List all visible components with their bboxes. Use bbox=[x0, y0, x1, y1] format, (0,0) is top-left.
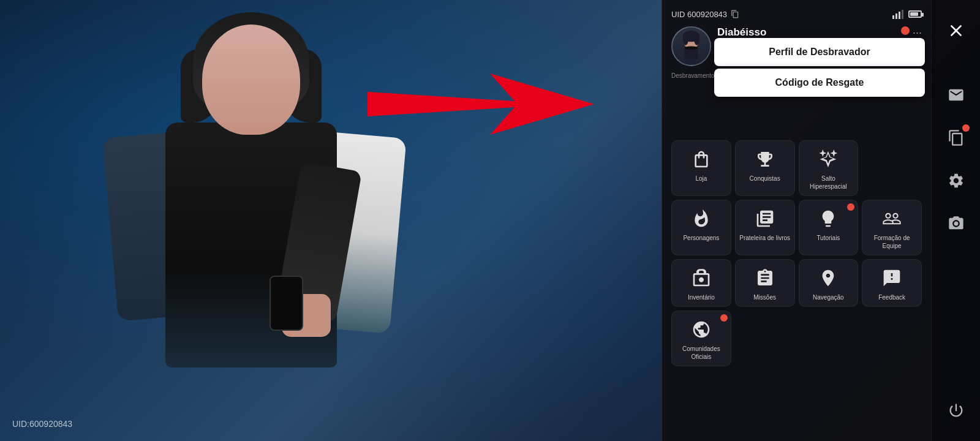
sparkle-icon bbox=[818, 149, 838, 169]
grid-item-feedback[interactable]: Feedback bbox=[862, 259, 922, 307]
avatar[interactable] bbox=[671, 26, 711, 66]
formacao-label: Formação de Equipe bbox=[865, 234, 918, 250]
missoes-icon-area bbox=[753, 266, 777, 290]
clipboard-notif-icon bbox=[948, 129, 965, 146]
power-icon bbox=[948, 402, 965, 419]
uid-header-left: UID 600920843 bbox=[671, 10, 739, 19]
copy-icon[interactable] bbox=[731, 10, 739, 18]
settings-button[interactable] bbox=[938, 162, 974, 199]
navigation-icon bbox=[818, 268, 838, 288]
feedback-icon bbox=[882, 268, 902, 288]
battery-icon bbox=[908, 10, 922, 18]
grid-item-conquistas[interactable]: Conquistas bbox=[735, 140, 795, 196]
avatar-svg bbox=[674, 29, 708, 63]
profile-name: Diabéisso bbox=[717, 26, 922, 39]
comunidades-icon-area bbox=[689, 317, 714, 342]
formacao-icon-area bbox=[880, 206, 904, 231]
uid-bottom-label: UID:600920843 bbox=[12, 419, 72, 429]
tutoriais-label: Tutoriais bbox=[816, 234, 840, 242]
svg-marker-0 bbox=[368, 74, 594, 135]
grid-item-prateleira[interactable]: Prateleira de livros bbox=[735, 200, 795, 255]
right-panel: UID 600920843 bbox=[662, 0, 931, 441]
grid-item-loja[interactable]: Loja bbox=[671, 140, 731, 196]
settings-icon bbox=[948, 172, 965, 189]
grid-item-inventario[interactable]: Inventário bbox=[671, 259, 731, 307]
inventario-label: Inventário bbox=[688, 293, 715, 301]
flame-icon bbox=[692, 209, 711, 228]
personagens-icon-area bbox=[689, 206, 714, 231]
team-icon bbox=[882, 209, 902, 228]
clipboard-icon bbox=[755, 268, 775, 288]
missoes-label: Missões bbox=[753, 293, 776, 301]
backpack-icon bbox=[692, 268, 711, 288]
conquistas-label: Conquistas bbox=[750, 175, 780, 183]
svg-point-6 bbox=[685, 47, 698, 50]
grid-menu: Loja Conquistas Salto Hiperespacial bbox=[671, 140, 922, 366]
grid-item-formacao[interactable]: Formação de Equipe bbox=[862, 200, 922, 255]
exploration-label: Desbravamento bbox=[671, 72, 715, 79]
inventario-icon-area bbox=[689, 266, 714, 290]
char-phone bbox=[270, 276, 303, 331]
camera-button[interactable] bbox=[938, 205, 974, 242]
svg-point-7 bbox=[954, 222, 958, 226]
navegacao-label: Navegação bbox=[813, 293, 844, 301]
close-icon bbox=[946, 21, 966, 40]
uid-label: UID 600920843 bbox=[671, 10, 727, 19]
mail-icon bbox=[948, 86, 965, 104]
uid-header: UID 600920843 bbox=[671, 9, 922, 19]
tutoriais-notification bbox=[847, 203, 854, 211]
status-icons bbox=[892, 9, 922, 19]
grid-item-personagens[interactable]: Personagens bbox=[671, 200, 731, 255]
sidebar-icons bbox=[931, 0, 980, 441]
profile-notification-dot bbox=[901, 26, 910, 35]
tutoriais-icon-area bbox=[816, 206, 840, 231]
feedback-label: Feedback bbox=[878, 293, 905, 301]
community-icon bbox=[692, 320, 711, 339]
books-icon bbox=[755, 209, 775, 228]
clipboard-notification bbox=[962, 124, 970, 132]
svg-point-4 bbox=[694, 34, 699, 45]
prateleira-icon-area bbox=[753, 206, 777, 231]
prateleira-label: Prateleira de livros bbox=[739, 234, 790, 242]
character-area bbox=[0, 0, 600, 441]
context-menu: Perfil de Desbravador Código de Resgate bbox=[714, 38, 925, 97]
loja-label: Loja bbox=[695, 175, 707, 183]
mail-button[interactable] bbox=[938, 77, 974, 113]
power-button[interactable] bbox=[938, 392, 974, 429]
camera-icon bbox=[948, 215, 965, 232]
grid-item-tutoriais[interactable]: Tutoriais bbox=[799, 200, 859, 255]
loja-icon-area bbox=[689, 147, 714, 172]
grid-item-salto[interactable]: Salto Hiperespacial bbox=[799, 140, 859, 196]
more-button[interactable]: ··· bbox=[913, 26, 922, 39]
svg-point-3 bbox=[683, 34, 688, 45]
codigo-resgate-button[interactable]: Código de Resgate bbox=[714, 69, 925, 97]
red-arrow bbox=[368, 67, 600, 141]
clipboard-button[interactable] bbox=[938, 119, 974, 156]
salto-icon-area bbox=[816, 147, 840, 172]
panel-content: UID 600920843 bbox=[662, 0, 931, 375]
grid-item-comunidades[interactable]: Comunidades Oficiais bbox=[671, 311, 731, 366]
trophy-icon bbox=[755, 149, 775, 169]
signal-icon bbox=[892, 9, 903, 19]
close-button[interactable] bbox=[938, 12, 974, 49]
char-head bbox=[202, 24, 300, 135]
comunidades-label: Comunidades Oficiais bbox=[675, 345, 728, 361]
salto-label: Salto Hiperespacial bbox=[802, 175, 855, 190]
shopping-bag-icon bbox=[692, 149, 711, 169]
feedback-icon-area bbox=[880, 266, 904, 290]
avatar-character bbox=[673, 28, 710, 65]
grid-item-navegacao[interactable]: Navegação bbox=[799, 259, 859, 307]
personagens-label: Personagens bbox=[683, 234, 719, 242]
conquistas-icon-area bbox=[753, 147, 777, 172]
navegacao-icon-area bbox=[816, 266, 840, 290]
grid-item-missoes[interactable]: Missões bbox=[735, 259, 795, 307]
lightbulb-icon bbox=[818, 209, 838, 228]
comunidades-notification bbox=[720, 314, 728, 322]
perfil-desbravador-button[interactable]: Perfil de Desbravador bbox=[714, 38, 925, 66]
